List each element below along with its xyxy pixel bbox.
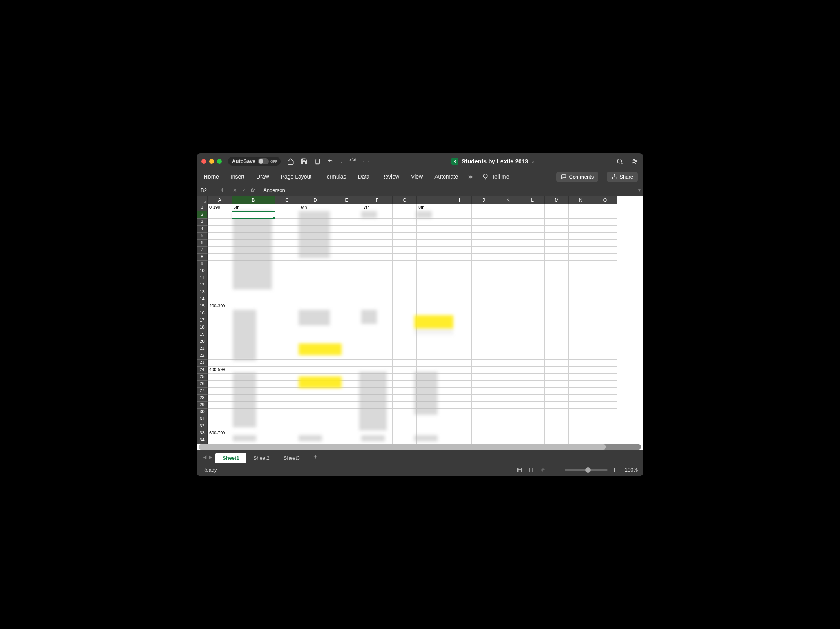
row-header[interactable]: 23 xyxy=(197,360,208,367)
cell[interactable] xyxy=(593,374,617,381)
cell[interactable] xyxy=(362,310,393,317)
cell[interactable] xyxy=(520,310,545,317)
cell[interactable] xyxy=(393,416,417,423)
cell[interactable] xyxy=(545,395,569,402)
cell[interactable] xyxy=(545,331,569,338)
cell[interactable] xyxy=(275,374,299,381)
cell[interactable] xyxy=(393,226,417,233)
cell[interactable] xyxy=(447,261,472,268)
cell[interactable] xyxy=(232,247,275,254)
cell[interactable] xyxy=(299,261,331,268)
cell[interactable] xyxy=(569,352,593,360)
cell[interactable] xyxy=(417,430,447,437)
cell[interactable] xyxy=(393,381,417,388)
cell[interactable] xyxy=(545,240,569,247)
close-window-button[interactable] xyxy=(201,159,206,164)
fx-icon[interactable]: fx xyxy=(251,187,255,193)
cell[interactable] xyxy=(447,402,472,409)
cell[interactable] xyxy=(393,233,417,240)
cell[interactable] xyxy=(417,381,447,388)
row-header[interactable]: 17 xyxy=(197,317,208,324)
cell[interactable] xyxy=(208,338,232,345)
cell[interactable] xyxy=(417,219,447,226)
cell[interactable] xyxy=(496,367,520,374)
cell[interactable] xyxy=(447,204,472,211)
cell[interactable] xyxy=(520,240,545,247)
cell[interactable] xyxy=(393,240,417,247)
cell[interactable] xyxy=(299,219,331,226)
cell[interactable] xyxy=(331,360,362,367)
row-header[interactable]: 33 xyxy=(197,430,208,437)
cell[interactable] xyxy=(496,381,520,388)
cell[interactable] xyxy=(299,430,331,437)
cell[interactable] xyxy=(569,345,593,352)
cell[interactable] xyxy=(520,296,545,303)
cell[interactable] xyxy=(545,254,569,261)
page-layout-view-icon[interactable] xyxy=(525,466,537,474)
cell[interactable] xyxy=(232,367,275,374)
cell[interactable] xyxy=(447,303,472,310)
cell[interactable] xyxy=(593,381,617,388)
cell[interactable] xyxy=(520,268,545,275)
cell[interactable] xyxy=(593,317,617,324)
cell[interactable] xyxy=(393,317,417,324)
cell[interactable] xyxy=(472,219,496,226)
cell[interactable] xyxy=(496,345,520,352)
cell[interactable] xyxy=(569,402,593,409)
cell[interactable] xyxy=(417,303,447,310)
cell[interactable] xyxy=(545,275,569,282)
cell[interactable] xyxy=(569,204,593,211)
cell[interactable] xyxy=(208,374,232,381)
cell[interactable] xyxy=(331,352,362,360)
ribbon-overflow-icon[interactable]: ≫ xyxy=(468,174,474,180)
cell[interactable] xyxy=(362,211,393,219)
cell[interactable] xyxy=(569,437,593,444)
cell[interactable] xyxy=(275,226,299,233)
cell[interactable] xyxy=(496,233,520,240)
cell[interactable] xyxy=(232,409,275,416)
cell[interactable] xyxy=(362,233,393,240)
cell[interactable] xyxy=(275,367,299,374)
cell[interactable] xyxy=(447,296,472,303)
cell[interactable] xyxy=(331,317,362,324)
cell[interactable] xyxy=(417,296,447,303)
cell[interactable] xyxy=(208,388,232,395)
cell[interactable] xyxy=(545,226,569,233)
cell[interactable] xyxy=(520,317,545,324)
cell[interactable] xyxy=(417,268,447,275)
tab-review[interactable]: Review xyxy=(380,170,401,183)
cell[interactable] xyxy=(331,296,362,303)
cell[interactable] xyxy=(331,233,362,240)
cell[interactable] xyxy=(208,310,232,317)
cell[interactable] xyxy=(331,402,362,409)
zoom-out-button[interactable]: − xyxy=(554,466,561,474)
cell[interactable] xyxy=(362,324,393,331)
zoom-slider[interactable] xyxy=(565,469,608,471)
cell[interactable] xyxy=(299,275,331,282)
cell[interactable] xyxy=(331,204,362,211)
cell[interactable] xyxy=(331,226,362,233)
column-header[interactable]: K xyxy=(496,196,520,204)
autosave-toggle[interactable]: AutoSave OFF xyxy=(228,157,281,166)
cell[interactable] xyxy=(393,289,417,296)
cell[interactable] xyxy=(331,268,362,275)
cell[interactable] xyxy=(299,211,331,219)
cell[interactable] xyxy=(417,402,447,409)
cell[interactable] xyxy=(208,423,232,430)
cell[interactable] xyxy=(593,268,617,275)
sheet-tab-2[interactable]: Sheet2 xyxy=(246,453,277,463)
column-header[interactable]: C xyxy=(275,196,299,204)
cell[interactable] xyxy=(331,416,362,423)
cell[interactable] xyxy=(232,324,275,331)
cell[interactable] xyxy=(520,374,545,381)
cell[interactable] xyxy=(569,254,593,261)
cell[interactable] xyxy=(417,240,447,247)
cell[interactable] xyxy=(275,240,299,247)
cell[interactable] xyxy=(362,226,393,233)
cell[interactable] xyxy=(569,430,593,437)
row-header[interactable]: 18 xyxy=(197,324,208,331)
cell[interactable] xyxy=(569,409,593,416)
cell[interactable] xyxy=(299,345,331,352)
add-sheet-button[interactable]: ＋ xyxy=(307,453,324,461)
cell[interactable] xyxy=(417,374,447,381)
